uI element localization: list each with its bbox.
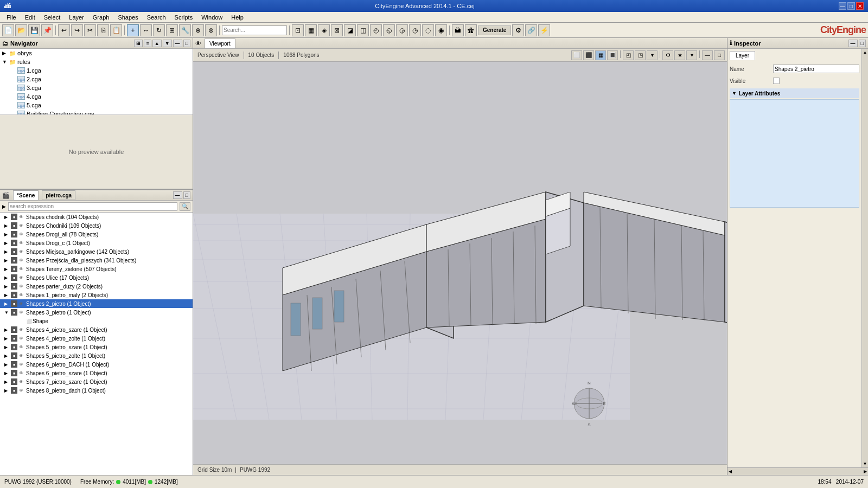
scene-item-arrow[interactable]: ▶ <box>4 284 11 289</box>
view-btn10[interactable]: ◷ <box>409 24 421 36</box>
new-button[interactable]: 📄 <box>2 24 14 36</box>
scene-list-item[interactable]: ▶■👁Shapes 6_pietro_DACH (1 Object) <box>0 360 193 369</box>
open-button[interactable]: 📂 <box>15 24 27 36</box>
view-btn4[interactable]: ⊠ <box>331 24 343 36</box>
view-btn5[interactable]: ◪ <box>344 24 356 36</box>
scene-item-arrow[interactable]: ▶ <box>4 223 11 228</box>
view-btn7[interactable]: ◴ <box>370 24 382 36</box>
nav-tree-item[interactable]: cga2.cga <box>0 75 193 84</box>
nav-ctrl2[interactable]: ≡ <box>144 40 151 47</box>
scene-item-arrow[interactable]: ▶ <box>4 258 11 263</box>
insp-ctrl2[interactable]: □ <box>859 40 866 47</box>
hscroll-left[interactable]: ◀ <box>729 469 732 474</box>
menu-shapes[interactable]: Shapes <box>113 13 142 22</box>
scene-item-arrow[interactable]: ▶ <box>4 336 11 341</box>
pin-button[interactable]: 📌 <box>41 24 53 36</box>
scene-item-arrow[interactable]: ▶ <box>4 215 11 220</box>
scene-item-arrow[interactable]: ▶ <box>4 328 11 332</box>
scene-ctrl2[interactable]: □ <box>183 191 190 199</box>
menu-scripts[interactable]: Scripts <box>170 13 197 22</box>
scroll-down[interactable]: ▼ <box>862 460 868 467</box>
scene-list-item[interactable]: ▶■👁Shapes 2_pietro (1 Object) <box>0 299 193 308</box>
nav-ctrl3[interactable]: ▲ <box>152 40 162 47</box>
menu-edit[interactable]: Edit <box>21 13 40 22</box>
delete-btn[interactable]: ⊗ <box>205 24 217 36</box>
scene-list-item[interactable]: ▶■👁Shapes 1_pietro_maly (2 Objects) <box>0 291 193 299</box>
nav-tree-item[interactable]: cga5.cga <box>0 101 193 110</box>
gen-opt1[interactable]: ⚙ <box>512 24 524 36</box>
scene-item-arrow[interactable]: ▶ <box>4 232 11 237</box>
vp-minimize[interactable]: — <box>702 50 713 60</box>
nav-ctrl4[interactable]: ▼ <box>163 40 172 47</box>
nav-tree-item[interactable]: ▼📁rules <box>0 57 193 66</box>
vp-star-menu[interactable]: ▾ <box>686 50 697 60</box>
scene-list-item[interactable]: ▶■👁Shapes 8_pietro_dach (1 Object) <box>0 386 193 395</box>
create-btn[interactable]: ⊕ <box>192 24 204 36</box>
nav-ctrl5[interactable]: — <box>173 40 182 47</box>
menu-layer[interactable]: Layer <box>65 13 88 22</box>
vp-shading4[interactable]: 🔳 <box>607 50 618 60</box>
copy-button[interactable]: ⎘ <box>97 24 109 36</box>
cut-button[interactable]: ✂ <box>84 24 96 36</box>
generate-button[interactable]: Generate <box>478 25 511 35</box>
name-value[interactable]: Shapes 2_pietro <box>773 65 859 73</box>
scene-list-item[interactable]: ▶■👁Shapes Przejścia_dla_pieszych (341 Ob… <box>0 256 193 265</box>
menu-file[interactable]: File <box>2 13 21 22</box>
vp-shading2[interactable]: ⬛ <box>583 50 594 60</box>
scene-item-arrow[interactable]: ▶ <box>4 241 11 246</box>
scene-list-item[interactable]: ▶■👁Shapes 7_pietro_szare (1 Object) <box>0 377 193 386</box>
scene-item-arrow[interactable]: ▶ <box>4 293 11 298</box>
insp-ctrl1[interactable]: — <box>848 40 858 47</box>
scene-list-item[interactable]: ▶■👁Shapes 4_pietro_szare (1 Object) <box>0 325 193 334</box>
menu-graph[interactable]: Graph <box>88 13 114 22</box>
scene-item-arrow[interactable]: ▶ <box>4 362 11 367</box>
scene-item-arrow[interactable]: ▶ <box>4 275 11 280</box>
scene-list-item[interactable]: ▶■👁Shapes Ulice (17 Objects) <box>0 273 193 282</box>
paste-button[interactable]: 📋 <box>110 24 122 36</box>
view-btn9[interactable]: ◶ <box>396 24 408 36</box>
minimize-button[interactable]: — <box>839 2 846 10</box>
tree-arrow[interactable]: ▼ <box>2 59 9 65</box>
nav-tree-item[interactable]: cga3.cga <box>0 84 193 92</box>
viewport-tab[interactable]: Viewport <box>205 38 235 48</box>
scene-list-item[interactable]: ▶■👁Shapes Drogi_all (78 Objects) <box>0 230 193 239</box>
scene-list-item[interactable]: ▶■👁Shapes chodnik (104 Objects) <box>0 213 193 221</box>
scene-list-item[interactable]: ▶■👁Shapes Chodniki (109 Objects) <box>0 221 193 230</box>
view-btn11[interactable]: ◌ <box>422 24 434 36</box>
scale-tool[interactable]: ⊞ <box>166 24 178 36</box>
scene-list-item[interactable]: ▶■👁Shapes 4_pietro_zolte (1 Object) <box>0 334 193 343</box>
view-btn2[interactable]: ▦ <box>305 24 317 36</box>
scene-search-input[interactable] <box>8 202 177 211</box>
search-toolbar-input[interactable] <box>222 25 287 35</box>
scroll-up[interactable]: ▲ <box>862 49 868 56</box>
terrain-btn[interactable]: 🏔 <box>452 24 464 36</box>
gen-opt2[interactable]: 🔗 <box>525 24 537 36</box>
scene-list-item[interactable]: ▶■👁Shapes 6_pietro_szare (1 Object) <box>0 369 193 377</box>
viewport-3d[interactable]: N S E W <box>193 62 727 464</box>
redo-button[interactable]: ↪ <box>71 24 83 36</box>
scene-list-item[interactable]: ▶■👁Shapes Miejsca_parkingowe (142 Object… <box>0 247 193 256</box>
maximize-button[interactable]: □ <box>847 2 855 10</box>
scene-list-item[interactable]: ▶■👁Shapes 5_pietro_zolte (1 Object) <box>0 351 193 360</box>
snap-btn[interactable]: 🔧 <box>179 24 191 36</box>
vp-shading1[interactable]: ⬜ <box>571 50 582 60</box>
scene-item-arrow[interactable]: ▶ <box>4 249 11 254</box>
scene-list-item[interactable]: ▶■👁Shapes 5_pietro_szare (1 Object) <box>0 343 193 351</box>
nav-tree-item[interactable]: ▶📁obrys <box>0 49 193 57</box>
vp-view2[interactable]: ◳ <box>635 50 646 60</box>
view-btn6[interactable]: ◫ <box>357 24 369 36</box>
scene-list-item[interactable]: ▶■👁Shapes parter_duzy (2 Objects) <box>0 282 193 291</box>
view-btn1[interactable]: ⊡ <box>292 24 304 36</box>
layer-tab[interactable]: Layer <box>730 51 755 60</box>
scene-item-arrow[interactable]: ▶ <box>4 388 11 393</box>
layer-attributes-section[interactable]: ▼ Layer Attributes <box>730 88 859 98</box>
search-button[interactable]: 🔍 <box>180 202 190 211</box>
scene-item-arrow[interactable]: ▶ <box>4 267 11 272</box>
visible-checkbox[interactable] <box>773 78 780 84</box>
nav-ctrl1[interactable]: ⊞ <box>134 40 143 47</box>
scene-item-arrow[interactable]: ▶ <box>4 380 11 384</box>
view-btn12[interactable]: ◉ <box>435 24 447 36</box>
nav-tree-item[interactable]: cga1.cga <box>0 66 193 75</box>
scene-item-arrow[interactable]: ▶ <box>4 354 11 358</box>
scene-tab[interactable]: *Scene <box>13 190 39 200</box>
